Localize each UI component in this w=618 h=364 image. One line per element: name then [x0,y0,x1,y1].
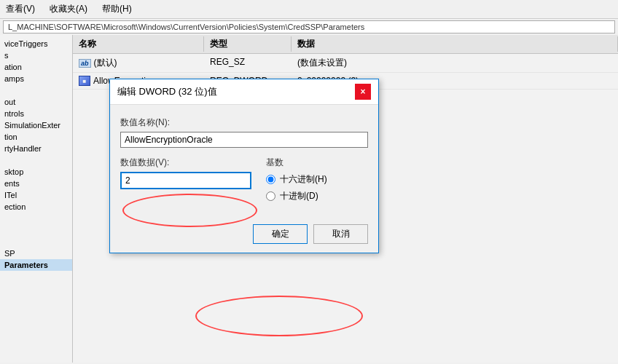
data-field-input[interactable] [120,172,251,189]
radio-dec-text: 十进制(D) [280,190,318,202]
base-label: 基数 [266,157,368,169]
radio-hex[interactable] [266,175,275,184]
dialog-title: 编辑 DWORD (32 位)值 [117,85,217,98]
data-field-label: 数值数据(V): [120,157,251,169]
main-content: viceTriggers s ation amps out ntrols Sim… [0,35,618,363]
menu-bar: 查看(V) 收藏夹(A) 帮助(H) [0,0,618,19]
radio-dec[interactable] [266,191,275,201]
base-section: 基数 十六进制(H) 十进制(D) [266,157,368,202]
menu-view[interactable]: 查看(V) [3,1,38,17]
name-field-input[interactable] [120,132,368,148]
ok-button[interactable]: 确定 [253,224,308,244]
dialog-buttons: 确定 取消 [110,220,378,253]
address-bar: L_MACHINE\SOFTWARE\Microsoft\Windows\Cur… [3,20,615,33]
radio-group: 十六进制(H) 十进制(D) [266,173,368,202]
value-left: 数值数据(V): [120,157,251,189]
dialog-title-bar: 编辑 DWORD (32 位)值 × [110,79,378,105]
edit-dword-dialog: 编辑 DWORD (32 位)值 × 数值名称(N): 数值数据(V): 基数 [109,79,379,253]
dialog-close-button[interactable]: × [355,84,371,100]
value-section: 数值数据(V): 基数 十六进制(H) 十进制(D) [120,157,368,202]
cancel-button[interactable]: 取消 [313,224,368,244]
menu-favorites[interactable]: 收藏夹(A) [47,1,90,17]
dialog-body: 数值名称(N): 数值数据(V): 基数 十六进制(H) [110,105,378,220]
radio-hex-text: 十六进制(H) [280,173,327,186]
radio-dec-label[interactable]: 十进制(D) [266,190,368,202]
radio-hex-label[interactable]: 十六进制(H) [266,173,368,186]
name-field-label: 数值名称(N): [120,116,368,129]
menu-help[interactable]: 帮助(H) [99,1,135,17]
